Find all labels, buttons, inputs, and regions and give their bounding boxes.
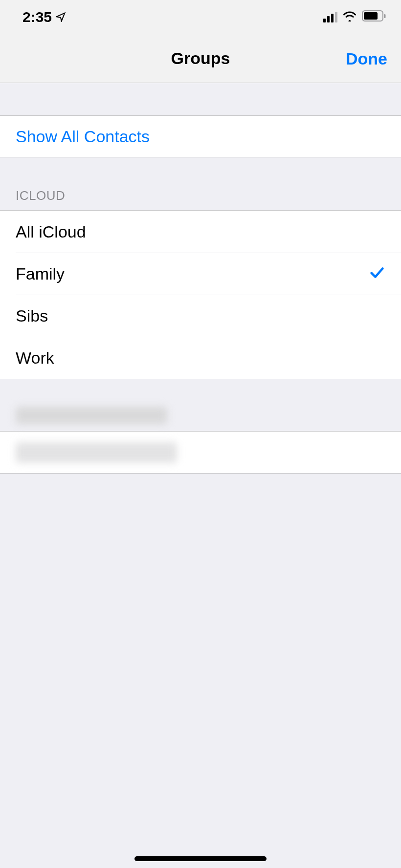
status-bar: 2:35 (0, 0, 401, 34)
svg-rect-1 (364, 12, 378, 20)
show-all-contacts-label: Show All Contacts (16, 127, 150, 146)
wifi-icon (342, 11, 357, 23)
navigation-bar: Groups Done (0, 34, 401, 83)
group-label: All iCloud (16, 222, 86, 241)
group-row-work[interactable]: Work (0, 337, 401, 379)
group-row-family[interactable]: Family (0, 253, 401, 295)
groups-list: All iCloud Family Sibs Work (0, 210, 401, 379)
svg-rect-2 (384, 14, 386, 18)
status-bar-left: 2:35 (22, 9, 66, 25)
status-bar-right (323, 10, 387, 24)
group-row-sibs[interactable]: Sibs (0, 295, 401, 337)
redacted-section-header (0, 379, 401, 432)
section-header-label: ICLOUD (16, 188, 65, 203)
location-icon (56, 9, 66, 25)
spacer (0, 83, 401, 115)
group-label: Family (16, 264, 65, 283)
battery-icon (362, 10, 386, 24)
section-header-icloud: ICLOUD (0, 157, 401, 210)
page-title: Groups (171, 49, 230, 68)
redacted-text (16, 407, 167, 424)
group-row-all-icloud[interactable]: All iCloud (0, 211, 401, 253)
checkmark-icon (369, 264, 385, 283)
cellular-signal-icon (323, 12, 338, 22)
show-all-contacts-row[interactable]: Show All Contacts (0, 115, 401, 157)
redacted-text (16, 442, 177, 463)
home-indicator[interactable] (134, 856, 267, 861)
redacted-row[interactable] (0, 432, 401, 474)
group-label: Work (16, 348, 54, 368)
done-button[interactable]: Done (346, 49, 387, 68)
group-label: Sibs (16, 306, 48, 326)
status-time: 2:35 (22, 9, 52, 25)
